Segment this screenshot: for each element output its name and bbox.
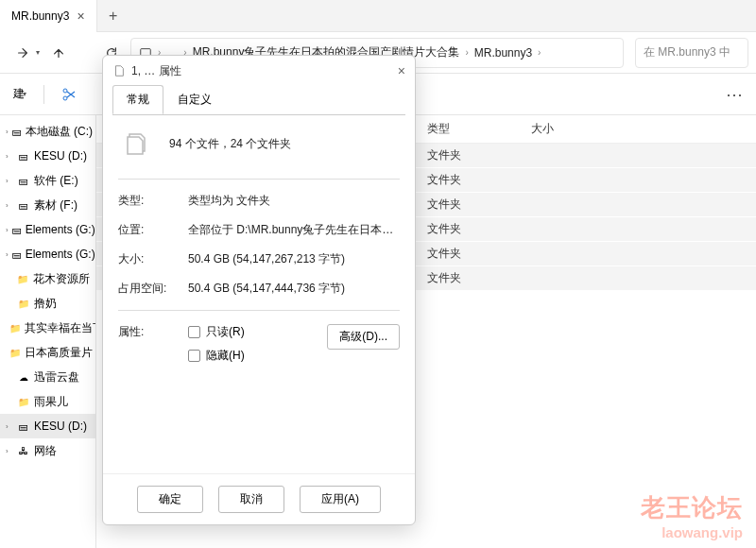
svg-point-2 [63, 89, 67, 93]
folder-icon: 📁 [17, 395, 30, 408]
tab-title: MR.bunny3 [11, 9, 69, 23]
sidebar-item[interactable]: ›🖴素材 (F:) [0, 193, 95, 217]
apply-button[interactable]: 应用(A) [300, 486, 381, 513]
divider [43, 85, 44, 104]
sidebar: ›🖴本地磁盘 (C:) ›🖴KESU (D:) ›🖴软件 (E:) ›🖴素材 (… [0, 115, 96, 548]
close-icon[interactable]: × [77, 9, 84, 24]
size-label: 大小: [118, 251, 175, 267]
location-value: 全部位于 D:\MR.bunny兔子先生在日本拍的混合国产剧 [188, 222, 400, 238]
sidebar-item[interactable]: 📁日本高质量片 [0, 340, 95, 365]
sidebar-item[interactable]: ›🖴本地磁盘 (C:) [0, 119, 95, 144]
type-value: 类型均为 文件夹 [188, 193, 400, 209]
drive-icon: 🖴 [17, 174, 30, 187]
column-type[interactable]: 类型 [427, 121, 531, 137]
folder-icon: 📁 [17, 297, 30, 310]
arrow-right-icon [16, 46, 29, 60]
dialog-body: 94 个文件，24 个文件夹 类型:类型均为 文件夹 位置:全部位于 D:\MR… [112, 114, 405, 473]
chevron-down-icon: ▾ [23, 90, 26, 98]
folder-icon: 📁 [9, 346, 21, 359]
cancel-button[interactable]: 取消 [218, 486, 284, 513]
tab-general[interactable]: 常规 [112, 85, 163, 114]
cut-button[interactable] [56, 81, 82, 108]
dialog-tabs: 常规 自定义 [103, 86, 415, 114]
dialog-title: 1, … 属性 [131, 63, 181, 79]
type-label: 类型: [118, 193, 175, 209]
chevron-right-icon: › [538, 47, 541, 58]
drive-icon: 🖴 [17, 149, 30, 163]
checkbox-icon [188, 326, 200, 338]
hidden-checkbox[interactable]: 隐藏(H) [188, 348, 327, 364]
network-icon: 🖧 [17, 444, 30, 457]
sidebar-item[interactable]: ☁迅雷云盘 [0, 365, 95, 389]
sidebar-item[interactable]: ›🖴软件 (E:) [0, 168, 95, 193]
location-label: 位置: [118, 222, 175, 238]
drive-icon: 🖴 [12, 125, 22, 138]
chevron-right-icon: › [6, 226, 9, 234]
sidebar-item[interactable]: 📁其实幸福在当下 [0, 316, 95, 340]
sidebar-item[interactable]: ›🖴Elements (G:) [0, 242, 95, 266]
search-input[interactable]: 在 MR.bunny3 中 [635, 38, 748, 68]
multi-file-icon [118, 128, 156, 165]
checkbox-icon [188, 350, 200, 362]
svg-point-1 [63, 96, 67, 100]
new-tab-button[interactable]: + [97, 8, 129, 25]
sidebar-item[interactable]: 📁花木资源所 [0, 266, 95, 291]
dialog-titlebar: 1, … 属性 × [103, 56, 415, 86]
new-button[interactable]: 建 ▾ [8, 82, 32, 106]
scissors-icon [61, 87, 77, 102]
summary-text: 94 个文件，24 个文件夹 [169, 128, 400, 152]
divider [118, 310, 400, 311]
sizeondisk-value: 50.4 GB (54,147,444,736 字节) [188, 281, 400, 297]
dialog-buttons: 确定 取消 应用(A) [103, 473, 415, 524]
sidebar-item[interactable]: ›🖴KESU (D:) [0, 144, 95, 168]
document-icon [112, 64, 126, 77]
sidebar-item[interactable]: ›🖴Elements (G:) [0, 217, 95, 242]
chevron-right-icon: › [6, 447, 13, 455]
sidebar-item[interactable]: ›🖴KESU (D:) [0, 414, 95, 438]
sizeondisk-label: 占用空间: [118, 281, 175, 297]
advanced-button[interactable]: 高级(D)... [327, 324, 400, 350]
forward-button[interactable] [8, 38, 38, 68]
column-size[interactable]: 大小 [531, 121, 635, 137]
folder-icon: 📁 [9, 321, 21, 334]
drive-icon: 🖴 [17, 198, 30, 212]
readonly-checkbox[interactable]: 只读(R) [188, 324, 327, 340]
sidebar-item[interactable]: ›🖧网络 [0, 438, 95, 463]
ok-button[interactable]: 确定 [137, 486, 203, 513]
chevron-right-icon: › [6, 152, 13, 161]
search-placeholder: 在 MR.bunny3 中 [644, 44, 730, 60]
drive-icon: 🖴 [17, 420, 30, 433]
drive-icon: 🖴 [12, 248, 22, 261]
size-value: 50.4 GB (54,147,267,213 字节) [188, 251, 400, 267]
chevron-right-icon: › [6, 422, 13, 431]
chevron-right-icon: › [6, 250, 9, 259]
sidebar-item[interactable]: 📁雨果儿 [0, 389, 95, 414]
tab-custom[interactable]: 自定义 [163, 85, 226, 114]
active-tab[interactable]: MR.bunny3 × [0, 0, 97, 32]
properties-dialog: 1, … 属性 × 常规 自定义 94 个文件，24 个文件夹 类型:类型均为 … [102, 55, 416, 525]
attributes-label: 属性: [118, 324, 175, 340]
divider [118, 179, 400, 180]
folder-icon: 📁 [17, 272, 29, 285]
chevron-right-icon: › [6, 128, 9, 136]
chevron-down-icon[interactable]: ▾ [36, 48, 40, 57]
chevron-right-icon: › [6, 177, 13, 185]
sidebar-item[interactable]: 📁撸奶 [0, 291, 95, 316]
tab-bar: MR.bunny3 × + [0, 0, 756, 32]
chevron-right-icon: › [465, 47, 468, 58]
up-button[interactable] [43, 38, 74, 68]
close-icon[interactable]: × [398, 63, 405, 78]
more-button[interactable]: ⋯ [720, 84, 748, 105]
chevron-right-icon: › [6, 201, 13, 210]
drive-icon: 🖴 [12, 223, 22, 236]
cloud-icon: ☁ [17, 370, 30, 384]
breadcrumb-segment[interactable]: MR.bunny3 [474, 46, 532, 60]
arrow-up-icon [52, 46, 65, 60]
